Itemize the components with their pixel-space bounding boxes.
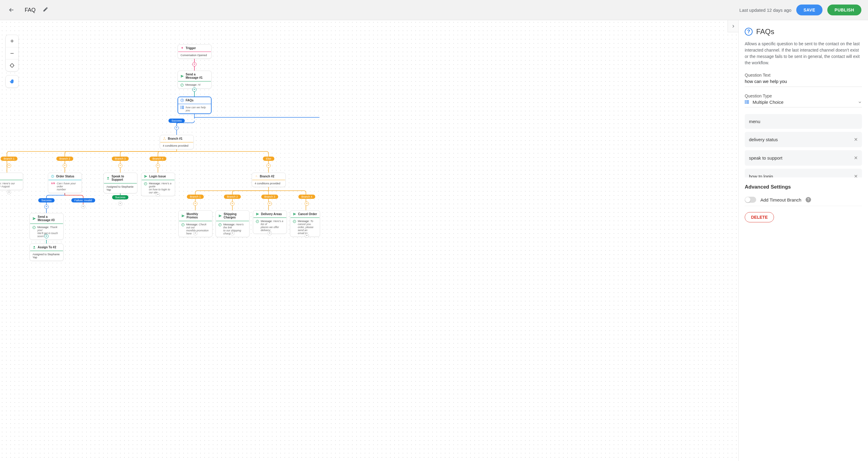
properties-panel: ? FAQs Allows a specific question to be … <box>738 20 868 461</box>
pill-branch: Branch 3 <box>261 195 278 199</box>
add-dot[interactable] <box>230 231 235 235</box>
send-icon <box>181 214 185 218</box>
pencil-icon <box>43 7 48 12</box>
check-icon <box>33 226 36 229</box>
question-type-select[interactable]: Multiple Choice <box>745 99 862 105</box>
collapse-panel-button[interactable] <box>727 20 738 32</box>
send-icon <box>256 212 259 216</box>
question-icon: ? <box>181 99 184 102</box>
node-order-status[interactable]: Order Status 123Can i have your ordernum… <box>48 173 82 193</box>
pill-branch: Branch 3 <box>112 156 129 161</box>
add-dot[interactable] <box>156 164 160 168</box>
add-dot[interactable] <box>44 205 49 209</box>
option-item[interactable]: delivery status✕ <box>745 132 862 147</box>
pan-button[interactable] <box>6 76 19 87</box>
send-icon <box>181 75 184 78</box>
timeout-toggle[interactable] <box>745 197 756 203</box>
add-dot[interactable] <box>81 205 85 209</box>
add-dot[interactable] <box>305 233 309 238</box>
add-dot[interactable] <box>156 193 160 197</box>
node-branch-1[interactable]: Branch #1 4 conditions provided <box>160 135 194 149</box>
help-icon[interactable]: ? <box>806 197 811 202</box>
node-speak-support[interactable]: Speak to Support Assigned to Stephanie Y… <box>103 173 137 193</box>
app-header: FAQ Last updated 12 days ago SAVE PUBLIS… <box>0 0 868 20</box>
sparkle-icon <box>181 47 184 50</box>
number-icon: 123 <box>51 182 55 185</box>
save-button[interactable]: SAVE <box>796 4 823 16</box>
send-icon <box>33 217 36 220</box>
node-cancel-order[interactable]: Cancel Order Message: To cancel you.orde… <box>290 210 320 237</box>
add-dot[interactable] <box>193 231 197 235</box>
close-icon[interactable]: ✕ <box>854 173 858 177</box>
node-faqs[interactable]: ?FAQs how can we help you <box>178 96 212 114</box>
check-icon <box>256 220 259 223</box>
add-dot[interactable] <box>305 202 309 206</box>
list-icon <box>181 106 184 109</box>
add-dot[interactable] <box>118 164 122 168</box>
publish-button[interactable]: PUBLISH <box>827 4 861 16</box>
zoom-out-button[interactable] <box>6 47 19 59</box>
add-dot[interactable] <box>63 164 67 168</box>
node-send-message-1[interactable]: Send a Message #1 Message: Hi <box>178 70 212 89</box>
pill-branch: Else <box>263 156 274 161</box>
chevron-right-icon <box>731 24 736 29</box>
pill-branch: Branch 1 <box>187 195 204 199</box>
option-item[interactable]: menu <box>745 114 862 129</box>
branch-icon <box>163 137 166 140</box>
add-dot[interactable] <box>192 87 196 92</box>
node-assign-to-2[interactable]: Assign To #2 Assigned to Stephanie Yap <box>30 243 64 261</box>
add-dot[interactable] <box>118 202 122 206</box>
question-type-label: Question Type <box>745 93 862 98</box>
pill-branch: Branch 2 <box>56 156 73 161</box>
pill-success: Success <box>112 195 128 199</box>
pill-branch: Branch 2 <box>224 195 241 199</box>
node-trigger[interactable]: Trigger Conversation Opened <box>178 45 212 59</box>
add-dot[interactable] <box>193 202 197 206</box>
last-updated-text: Last updated 12 days ago <box>739 7 792 13</box>
panel-description: Allows a specific question to be sent to… <box>745 41 862 66</box>
add-dot[interactable] <box>268 202 272 206</box>
node-branch-2[interactable]: Branch #2 4 conditions provided <box>252 173 286 187</box>
pill-success: Success <box>168 119 185 123</box>
user-icon <box>33 246 36 249</box>
node-delivery-areas[interactable]: Delivery Areas Message: Here's a list of… <box>253 210 287 234</box>
close-icon[interactable]: ✕ <box>854 137 858 142</box>
workflow-canvas[interactable]: Trigger Conversation Opened Send a Messa… <box>0 20 738 461</box>
close-icon[interactable]: ✕ <box>854 155 858 161</box>
branch-icon <box>255 175 258 178</box>
zoom-in-button[interactable] <box>6 35 19 47</box>
question-text-input[interactable] <box>745 79 862 84</box>
options-list: menu delivery status✕ speak to support✕ … <box>745 114 862 177</box>
pill-branch: Branch 4 <box>150 156 166 161</box>
check-icon <box>181 223 184 226</box>
question-icon: ? <box>745 28 752 36</box>
minus-icon <box>9 51 15 56</box>
add-dot[interactable] <box>7 164 11 168</box>
add-dot[interactable] <box>268 231 272 235</box>
add-dot[interactable] <box>175 126 179 130</box>
hand-icon <box>9 79 15 84</box>
recenter-button[interactable] <box>6 59 19 71</box>
node-menu[interactable]: nu essage: Here's ourenu for August <box>0 173 23 190</box>
send-icon <box>218 214 222 218</box>
chevron-down-icon <box>858 100 862 105</box>
pill-branch: Branch 4 <box>299 195 315 199</box>
add-dot[interactable] <box>230 202 235 206</box>
send-icon <box>144 175 147 178</box>
option-item[interactable]: how to login✕ <box>745 169 862 177</box>
timeout-label: Add Timeout Branch <box>761 197 801 202</box>
check-icon <box>218 223 221 226</box>
add-dot[interactable] <box>44 234 49 238</box>
send-icon <box>293 212 296 216</box>
option-item[interactable]: speak to support✕ <box>745 150 862 166</box>
pill-branch: Branch 1 <box>1 156 18 161</box>
back-button[interactable] <box>7 5 16 15</box>
check-icon <box>181 84 184 87</box>
delete-button[interactable]: DELETE <box>745 212 774 222</box>
clock-icon <box>51 175 54 178</box>
add-dot[interactable] <box>192 62 196 66</box>
edit-title-button[interactable] <box>43 7 48 13</box>
add-dot[interactable] <box>267 164 271 168</box>
add-dot[interactable] <box>7 190 11 194</box>
svg-point-2 <box>107 177 109 178</box>
